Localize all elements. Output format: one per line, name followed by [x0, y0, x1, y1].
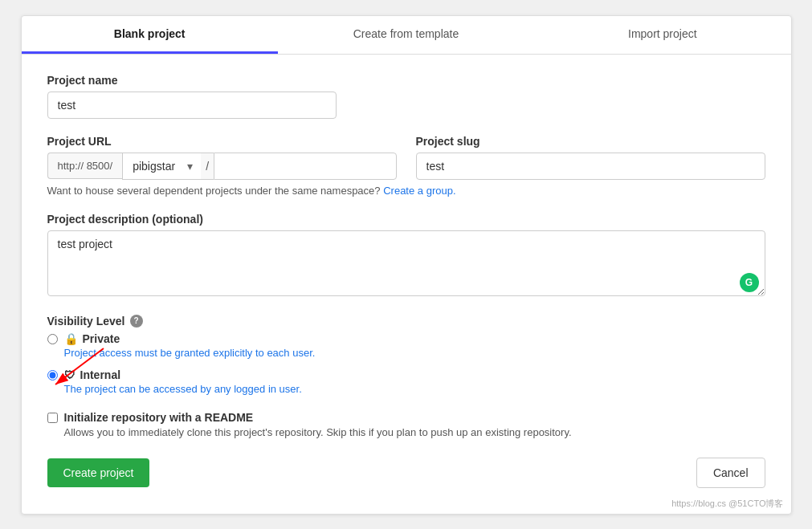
readme-desc: Allows you to immediately clone this pro… — [64, 426, 572, 438]
url-path-input[interactable] — [214, 153, 396, 180]
url-input-group: http:// 8500/ pibigstar / — [47, 153, 397, 180]
readme-title: Initialize repository with a README — [64, 411, 254, 424]
tab-blank-project[interactable]: Blank project — [22, 16, 278, 54]
readme-label[interactable]: Initialize repository with a README Allo… — [47, 411, 765, 438]
url-prefix-text: http:// 8500/ — [47, 153, 123, 179]
visibility-help-icon[interactable]: ? — [130, 315, 143, 328]
project-url-label: Project URL — [47, 135, 397, 148]
visibility-label: Visibility Level ? — [47, 315, 765, 328]
namespace-hint: Want to house several dependent projects… — [47, 185, 765, 197]
internal-label-text: Internal — [80, 368, 121, 381]
form-actions: Create project Cancel — [47, 458, 765, 488]
visibility-internal-label[interactable]: 🛡 Internal The project can be accessed b… — [47, 368, 765, 395]
tab-bar: Blank project Create from template Impor… — [22, 16, 791, 55]
tab-template-label: Create from template — [353, 27, 459, 40]
project-slug-label: Project slug — [416, 135, 765, 148]
form-body: Project name Project URL http:// 8500/ p… — [22, 55, 791, 514]
tab-import-project[interactable]: Import project — [534, 16, 790, 54]
project-name-input[interactable] — [47, 92, 337, 119]
namespace-select-wrapper[interactable]: pibigstar — [122, 153, 201, 180]
watermark: https://blog.cs @51CTO博客 — [671, 498, 783, 510]
cancel-button[interactable]: Cancel — [696, 458, 765, 488]
url-separator: / — [201, 153, 214, 180]
visibility-internal-radio[interactable] — [47, 370, 58, 380]
tab-create-from-template[interactable]: Create from template — [278, 16, 534, 54]
readme-content: Initialize repository with a README Allo… — [64, 411, 572, 438]
grammarly-badge: G — [740, 273, 759, 292]
url-slug-row: Project URL http:// 8500/ pibigstar / — [47, 135, 765, 180]
description-group: Project description (optional) G — [47, 213, 765, 299]
create-group-link[interactable]: Create a group. — [383, 185, 455, 197]
create-project-button[interactable]: Create project — [47, 458, 150, 487]
visibility-label-text: Visibility Level — [47, 315, 125, 328]
private-label-text: Private — [83, 332, 120, 345]
readme-checkbox[interactable] — [47, 413, 58, 423]
description-wrapper: G — [47, 230, 765, 299]
readme-section: Initialize repository with a README Allo… — [47, 411, 765, 438]
private-desc: Project access must be granted explicitl… — [64, 347, 316, 359]
internal-desc: The project can be accessed by any logge… — [64, 383, 302, 395]
project-name-group: Project name — [47, 74, 765, 119]
lock-icon: 🔒 — [64, 332, 78, 345]
tab-blank-label: Blank project — [114, 27, 186, 40]
project-slug-input[interactable] — [416, 153, 765, 180]
visibility-internal-option: 🛡 Internal The project can be accessed b… — [47, 368, 765, 395]
visibility-private-content: 🔒 Private Project access must be granted… — [64, 332, 316, 359]
visibility-internal-content: 🛡 Internal The project can be accessed b… — [64, 368, 302, 395]
visibility-private-title: 🔒 Private — [64, 332, 316, 345]
visibility-private-option: 🔒 Private Project access must be granted… — [47, 332, 765, 359]
tab-import-label: Import project — [628, 27, 697, 40]
project-slug-group: Project slug — [416, 135, 765, 180]
namespace-select[interactable]: pibigstar — [122, 153, 201, 180]
visibility-private-radio[interactable] — [47, 334, 58, 344]
shield-icon: 🛡 — [64, 368, 75, 381]
project-url-group: Project URL http:// 8500/ pibigstar / — [47, 135, 397, 180]
namespace-hint-text: Want to house several dependent projects… — [47, 185, 381, 197]
project-name-label: Project name — [47, 74, 765, 87]
visibility-internal-title: 🛡 Internal — [64, 368, 302, 381]
description-label: Project description (optional) — [47, 213, 765, 226]
description-textarea[interactable] — [47, 230, 765, 296]
visibility-section: Visibility Level ? 🔒 Private Project acc… — [47, 315, 765, 395]
visibility-private-label[interactable]: 🔒 Private Project access must be granted… — [47, 332, 765, 359]
